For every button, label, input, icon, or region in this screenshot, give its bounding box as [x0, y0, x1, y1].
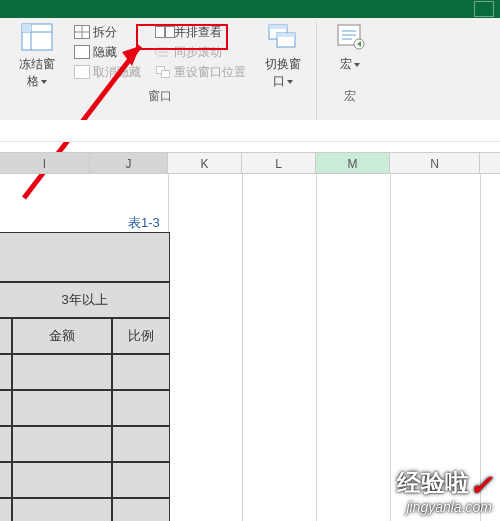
svg-rect-15 [269, 25, 287, 29]
split-button[interactable]: 拆分 [72, 22, 143, 42]
switch-windows-label: 切换窗口 [265, 57, 301, 88]
hide-icon [74, 45, 90, 59]
sync-scroll-icon [155, 45, 171, 59]
split-icon [74, 25, 90, 39]
svg-rect-12 [162, 71, 170, 78]
side-by-side-icon [155, 25, 171, 39]
group-label-window: 窗口 [148, 88, 172, 109]
switch-windows-button[interactable]: 切换窗口 [258, 22, 308, 82]
reset-window-pos-button: 重设窗口位置 [153, 62, 248, 82]
table-header-amount: 金额 [12, 318, 112, 354]
freeze-panes-button[interactable]: 冻结窗格 [12, 22, 62, 82]
macros-label: 宏 [340, 57, 352, 71]
table-row [112, 498, 170, 521]
split-label: 拆分 [93, 24, 117, 41]
table-row [0, 426, 12, 462]
column-headers: I J K L M N [0, 152, 500, 174]
table-header-over-3-years: 3年以上 [0, 282, 170, 318]
table-row [112, 462, 170, 498]
svg-rect-3 [22, 24, 31, 32]
app-root: 冻结窗格 拆分 隐藏 [0, 0, 500, 521]
sync-scroll-label: 同步滚动 [174, 44, 222, 61]
unhide-button: 取消隐藏 [72, 62, 143, 82]
side-by-side-label: 并排查看 [174, 24, 222, 41]
svg-rect-8 [75, 66, 90, 79]
share-button[interactable] [474, 1, 494, 17]
table-row [0, 462, 12, 498]
quick-access-bar [0, 0, 500, 18]
chevron-down-icon [287, 80, 293, 84]
freeze-panes-icon [21, 23, 53, 51]
table-row [12, 354, 112, 390]
label-table-1-3: 表1-3 [128, 214, 160, 232]
table-row [0, 354, 12, 390]
checkmark-icon: ✓ [469, 469, 492, 502]
table-row [0, 498, 12, 521]
col-header-I[interactable]: I [0, 153, 90, 173]
hide-label: 隐藏 [93, 44, 117, 61]
col-header-L[interactable]: L [242, 153, 316, 173]
unhide-icon [74, 65, 90, 79]
hide-button[interactable]: 隐藏 [72, 42, 143, 62]
macros-button[interactable]: 宏 [325, 22, 375, 82]
reset-window-icon [155, 65, 171, 79]
table-header-partial-left [0, 318, 12, 354]
watermark: 经验啦✓ jingyanla.com [397, 465, 492, 515]
svg-rect-16 [277, 33, 295, 37]
chevron-down-icon [41, 80, 47, 84]
switch-windows-icon [267, 23, 299, 51]
table-row [12, 426, 112, 462]
macros-icon [334, 23, 366, 51]
ribbon: 冻结窗格 拆分 隐藏 [0, 18, 500, 130]
reset-window-label: 重设窗口位置 [174, 64, 246, 81]
spreadsheet-area: I J K L M N 表1-3 3年以上 [0, 130, 500, 521]
chevron-down-icon [354, 63, 360, 67]
view-side-by-side-button[interactable]: 并排查看 [153, 22, 248, 42]
watermark-text: 经验啦 [397, 469, 469, 496]
table-row [112, 426, 170, 462]
table-row [0, 390, 12, 426]
sync-scroll-button: 同步滚动 [153, 42, 248, 62]
table-row [112, 354, 170, 390]
svg-rect-7 [75, 46, 90, 59]
table-row [12, 498, 112, 521]
svg-rect-9 [156, 27, 165, 38]
table-row [12, 462, 112, 498]
col-header-M[interactable]: M [316, 153, 390, 173]
svg-rect-10 [166, 27, 175, 38]
table-row [112, 390, 170, 426]
col-header-J[interactable]: J [90, 153, 168, 173]
unhide-label: 取消隐藏 [93, 64, 141, 81]
table-header-ratio: 比例 [112, 318, 170, 354]
col-header-N[interactable]: N [390, 153, 480, 173]
table-row [12, 390, 112, 426]
col-header-K[interactable]: K [168, 153, 242, 173]
group-label-macro: 宏 [344, 88, 356, 109]
table-row [0, 232, 170, 282]
freeze-panes-label: 冻结窗格 [19, 57, 55, 88]
formula-bar-spacer [0, 120, 500, 142]
